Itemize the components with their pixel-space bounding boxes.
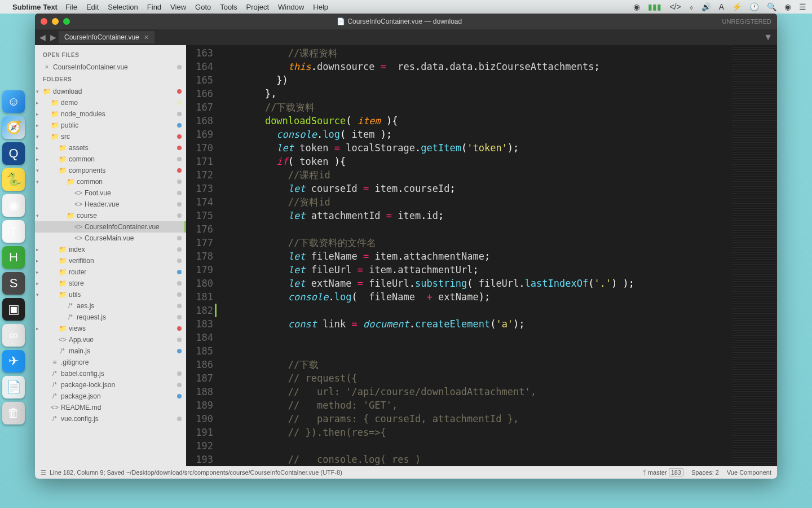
menu-edit[interactable]: Edit <box>86 3 99 11</box>
menu-project[interactable]: Project <box>246 3 269 11</box>
dock-notes-icon[interactable]: 📄 <box>2 376 25 398</box>
folder-row[interactable]: ▸📁node_modules <box>35 108 186 120</box>
disclosure-icon[interactable]: ▾ <box>35 213 39 218</box>
folder-row[interactable]: ▾📁download <box>35 86 186 97</box>
tab-close-icon[interactable]: ✕ <box>144 34 149 41</box>
git-branch[interactable]: ᛘ master 183 <box>642 469 683 476</box>
code-line[interactable]: // request({ <box>219 371 732 385</box>
line-number[interactable]: 170 <box>186 141 213 155</box>
file-row[interactable]: /*main.js <box>35 345 186 357</box>
sidebar[interactable]: OPEN FILES × CourseInfoContainer.vue FOL… <box>35 45 186 466</box>
file-row[interactable]: <>Header.vue <box>35 199 186 210</box>
code-line[interactable]: // }).then(res=>{ <box>219 426 732 439</box>
folder-row[interactable]: ▾📁utils <box>35 289 186 300</box>
code-line[interactable] <box>219 331 732 344</box>
code-line[interactable]: }) <box>219 73 732 87</box>
code-line[interactable]: let extName = fileUrl.substring( fileUrl… <box>219 277 732 290</box>
folder-row[interactable]: ▸📁store <box>35 278 186 289</box>
disclosure-icon[interactable]: ▾ <box>35 168 39 173</box>
code-line[interactable]: this.downsource = res.data.data.bizCours… <box>219 60 732 73</box>
line-number[interactable]: 173 <box>186 182 213 195</box>
menu-selection[interactable]: Selection <box>108 3 138 11</box>
code-line[interactable]: //资料id <box>219 195 732 209</box>
battery-icon[interactable]: ⚡ <box>732 2 742 11</box>
code-line[interactable]: const link = document.createElement('a')… <box>219 317 732 331</box>
line-number[interactable]: 190 <box>186 412 213 426</box>
code-line[interactable]: let attachmentId = item.id; <box>219 209 732 222</box>
disclosure-icon[interactable]: ▸ <box>35 111 39 117</box>
disclosure-icon[interactable]: ▸ <box>35 326 39 331</box>
code-line[interactable]: // url: '/api/course/downloadAttachment'… <box>219 385 732 398</box>
open-file-row[interactable]: × CourseInfoContainer.vue <box>35 62 186 73</box>
dock-quicktime-icon[interactable]: Q <box>2 142 25 165</box>
line-number[interactable]: 178 <box>186 249 213 263</box>
disclosure-icon[interactable]: ▸ <box>35 247 39 252</box>
code-line[interactable]: if( token ){ <box>219 155 732 168</box>
line-number[interactable]: 191 <box>186 426 213 439</box>
dock-chrome-icon[interactable]: ◉ <box>2 194 25 217</box>
dock-text-icon[interactable]: T <box>2 220 25 243</box>
line-number[interactable]: 187 <box>186 371 213 385</box>
code-line[interactable]: //下载资料 <box>219 100 732 114</box>
file-row[interactable]: /*package-lock.json <box>35 379 186 391</box>
code-line[interactable]: }, <box>219 87 732 100</box>
disclosure-icon[interactable]: ▾ <box>35 179 39 185</box>
dock-safari-icon[interactable]: 🧭 <box>2 116 25 139</box>
disclosure-icon[interactable]: ▸ <box>35 156 39 162</box>
dock-finder-icon[interactable]: ☺ <box>2 90 25 113</box>
file-row[interactable]: <>CourseInfoContainer.vue <box>35 221 186 233</box>
file-row[interactable]: ≡.gitignore <box>35 357 186 368</box>
line-number[interactable]: 193 <box>186 453 213 466</box>
line-number[interactable]: 186 <box>186 358 213 371</box>
folder-row[interactable]: ▸📁assets <box>35 142 186 154</box>
menu-window[interactable]: Window <box>278 3 304 11</box>
code-area[interactable]: //课程资料 this.downsource = res.data.data.b… <box>219 45 732 466</box>
line-number[interactable]: 188 <box>186 385 213 398</box>
code-line[interactable]: let token = localStorage.getItem('token'… <box>219 141 732 155</box>
wifi-icon[interactable]: ⬨ <box>689 2 694 11</box>
nav-back-icon[interactable]: ◀ <box>37 33 48 42</box>
menu-help[interactable]: Help <box>313 3 328 11</box>
code-line[interactable]: // method: 'GET', <box>219 398 732 412</box>
file-row[interactable]: /*request.js <box>35 312 186 323</box>
tab-menu-icon[interactable]: ▼ <box>759 32 777 42</box>
folder-row[interactable]: ▸📁views <box>35 323 186 334</box>
line-number[interactable]: 164 <box>186 60 213 73</box>
close-file-icon[interactable]: × <box>43 63 51 71</box>
indent-setting[interactable]: Spaces: 2 <box>691 469 719 476</box>
close-icon[interactable] <box>41 18 47 25</box>
disclosure-icon[interactable]: ▸ <box>35 145 39 151</box>
titlebar[interactable]: 📄CourseInfoContainer.vue — download UNRE… <box>35 14 777 29</box>
line-number[interactable]: 189 <box>186 398 213 412</box>
line-number[interactable]: 169 <box>186 128 213 141</box>
disclosure-icon[interactable]: ▾ <box>35 89 39 94</box>
file-row[interactable]: <>Foot.vue <box>35 187 186 199</box>
menu-find[interactable]: Find <box>147 3 161 11</box>
record-icon[interactable]: ◉ <box>633 2 640 11</box>
line-number[interactable]: 176 <box>186 222 213 236</box>
code-line[interactable]: console.log( item ); <box>219 128 732 141</box>
dock-app-icon[interactable]: ∞ <box>2 324 25 347</box>
line-number[interactable]: 165 <box>186 73 213 87</box>
code-line[interactable]: // console.log( res ) <box>219 453 732 466</box>
disclosure-icon[interactable]: ▸ <box>35 100 39 106</box>
menu-icon[interactable]: ☰ <box>799 2 806 11</box>
syntax-setting[interactable]: Vue Component <box>727 469 771 476</box>
folder-row[interactable]: ▸📁common <box>35 154 186 165</box>
line-number[interactable]: 179 <box>186 263 213 277</box>
app-name[interactable]: Sublime Text <box>12 3 58 11</box>
folder-row[interactable]: ▸📁public <box>35 120 186 131</box>
line-gutter[interactable]: 1631641651661671681691701711721731741751… <box>186 45 219 466</box>
line-number[interactable]: 184 <box>186 331 213 344</box>
file-row[interactable]: /*aes.js <box>35 300 186 312</box>
line-number[interactable]: 171 <box>186 155 213 168</box>
file-row[interactable]: /*package.json <box>35 391 186 402</box>
file-row[interactable]: <>App.vue <box>35 334 186 345</box>
menu-file[interactable]: File <box>65 3 77 11</box>
code-line[interactable] <box>219 439 732 453</box>
menu-view[interactable]: View <box>170 3 186 11</box>
line-number[interactable]: 177 <box>186 236 213 249</box>
nav-forward-icon[interactable]: ▶ <box>48 33 59 42</box>
line-number[interactable]: 180 <box>186 277 213 290</box>
code-line[interactable]: let fileUrl = item.attachmentUrl; <box>219 263 732 277</box>
